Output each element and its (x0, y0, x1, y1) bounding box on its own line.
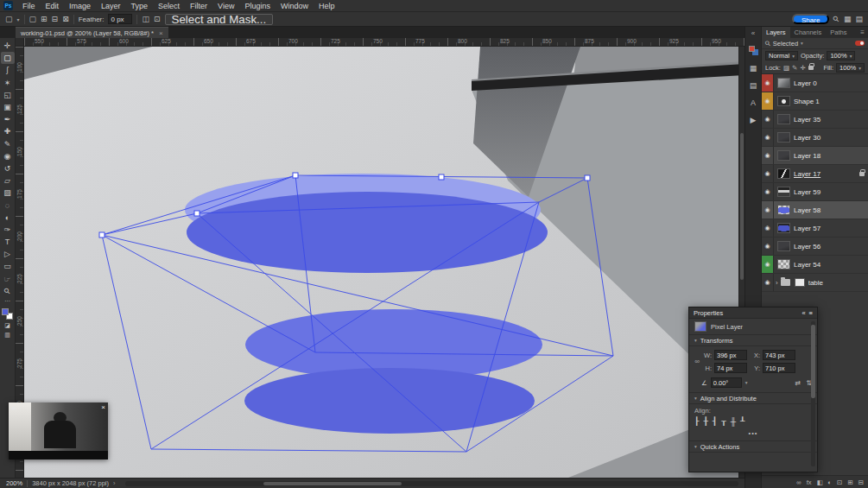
crop-tool[interactable]: ◱ (1, 89, 15, 101)
close-tab-icon[interactable]: × (159, 29, 163, 37)
visibility-eye-icon[interactable]: ◉ (762, 111, 774, 128)
menu-select[interactable]: Select (153, 0, 185, 12)
visibility-eye-icon[interactable]: ◉ (762, 219, 774, 237)
eraser-tool[interactable]: ▱ (1, 174, 15, 187)
status-zoom-level[interactable]: 200% (6, 479, 22, 487)
new-layer-icon[interactable]: ⊞ (847, 478, 852, 486)
layer-row[interactable]: ◉ Layer 35 (762, 111, 868, 129)
lock-transparency-icon[interactable]: ▨ (783, 64, 789, 72)
align-center-horizontal-icon[interactable]: ╂ (703, 417, 707, 426)
current-tool-icon[interactable]: ▢ (5, 16, 13, 23)
layer-row[interactable]: ◉ Layer 57 (762, 219, 868, 238)
type-tool[interactable]: T (1, 236, 15, 248)
visibility-eye-icon[interactable]: ◉ (762, 74, 774, 92)
edit-toolbar-button[interactable]: ⋯ (1, 297, 15, 307)
align-right-icon[interactable]: ┨ (713, 417, 717, 426)
menu-plugins[interactable]: Plugins (239, 0, 276, 12)
canvas-viewport[interactable] (24, 47, 744, 478)
filter-caret-icon[interactable]: ▾ (801, 41, 803, 46)
blur-tool[interactable]: ◌ (1, 199, 15, 211)
layer-thumbnail[interactable] (777, 78, 790, 88)
properties-scrollbar-thumb[interactable] (811, 325, 815, 398)
filter-search-icon[interactable]: ⚲ (763, 39, 773, 48)
lock-pixels-icon[interactable]: ✎ (792, 64, 797, 72)
menu-layer[interactable]: Layer (96, 0, 126, 12)
align-center-vertical-icon[interactable]: ╫ (731, 417, 736, 426)
layer-group-row[interactable]: ◉ › table (762, 274, 868, 292)
link-layers-icon[interactable]: ∞ (796, 478, 801, 486)
visibility-eye-icon[interactable]: ◉ (762, 183, 774, 200)
adjustment-layer-icon[interactable]: ◐ (828, 478, 833, 486)
clone-stamp-tool[interactable]: ◉ (1, 150, 15, 162)
horizontal-scrollbar-thumb[interactable] (263, 482, 402, 485)
layer-thumbnail[interactable] (777, 168, 790, 179)
rectangular-marquee-tool[interactable]: ▢ (1, 52, 15, 64)
object-selection-tool[interactable]: ✶ (1, 77, 15, 89)
group-expand-icon[interactable]: › (776, 279, 778, 287)
transforms-section-header[interactable]: ▾ Transforms (689, 335, 817, 346)
layer-thumbnail[interactable] (777, 96, 790, 106)
anti-alias-icon[interactable]: ◫ (142, 16, 149, 23)
lasso-tool[interactable]: ʃ (1, 64, 15, 76)
new-selection-mode-icon[interactable]: ▢ (29, 16, 37, 23)
color-swatches[interactable] (2, 308, 13, 320)
x-input[interactable] (763, 350, 795, 360)
layer-mask-icon[interactable]: ◧ (816, 478, 822, 486)
menu-file[interactable]: File (17, 0, 41, 12)
visibility-eye-icon[interactable]: ◉ (762, 201, 774, 219)
history-brush-tool[interactable]: ↺ (1, 162, 15, 174)
tab-channels[interactable]: Channels (790, 27, 827, 38)
delete-layer-icon[interactable]: ⊟ (858, 478, 864, 486)
zoom-tool[interactable]: ⚲ (1, 285, 15, 297)
y-input[interactable] (763, 363, 795, 373)
fill-dropdown[interactable]: 100% ▾ (836, 63, 865, 73)
menu-filter[interactable]: Filter (185, 0, 212, 12)
collapse-panels-icon[interactable]: « (751, 29, 755, 37)
eyedropper-tool[interactable]: ✒ (1, 113, 15, 125)
search-icon[interactable]: ⚲ (833, 16, 839, 23)
properties-scrollbar[interactable] (811, 321, 815, 466)
collapse-panel-icon[interactable]: « (801, 309, 805, 317)
foreground-color-swatch[interactable] (2, 308, 9, 315)
menu-image[interactable]: Image (64, 0, 96, 12)
blend-mode-dropdown[interactable]: Normal ▾ (765, 51, 798, 60)
menu-type[interactable]: Type (126, 0, 154, 12)
layer-thumbnail[interactable] (777, 223, 790, 233)
layer-thumbnail[interactable] (777, 114, 790, 124)
gradient-tool[interactable]: ▨ (1, 187, 15, 199)
close-overlay-icon[interactable]: × (101, 403, 105, 411)
path-selection-tool[interactable]: ▷ (1, 248, 15, 260)
panel-menu-icon[interactable]: ≡ (860, 27, 868, 38)
panel-menu-icon[interactable]: ≡ (809, 309, 813, 317)
frame-tool[interactable]: ▣ (1, 101, 15, 113)
visibility-eye-icon[interactable]: ◉ (762, 129, 774, 146)
layer-thumbnail[interactable] (777, 205, 790, 215)
align-top-icon[interactable]: ┰ (721, 417, 725, 426)
character-panel-icon[interactable]: A (751, 98, 756, 107)
visibility-eye-icon[interactable]: ◉ (762, 274, 774, 291)
angle-input[interactable] (711, 377, 742, 388)
hand-tool[interactable]: ☞ (1, 273, 15, 285)
align-bottom-icon[interactable]: ┸ (740, 417, 744, 426)
workspace-icon[interactable]: ▦ (844, 16, 852, 23)
chevron-down-icon[interactable]: ▾ (745, 380, 748, 385)
align-section-header[interactable]: ▾ Align and Distribute (689, 393, 817, 404)
menu-window[interactable]: Window (276, 0, 314, 12)
layer-row[interactable]: ◉ Layer 18 (762, 147, 868, 165)
arrange-panels-icon[interactable]: ▤ (855, 16, 863, 23)
layer-row[interactable]: ◉ Layer 17 (762, 165, 868, 183)
layer-thumbnail[interactable] (795, 278, 805, 287)
subtract-selection-mode-icon[interactable]: ⊟ (52, 16, 59, 23)
layer-row[interactable]: ◉ Shape 1 (762, 92, 868, 111)
menu-edit[interactable]: Edit (41, 0, 65, 12)
layer-effects-icon[interactable]: fx (807, 478, 812, 486)
quick-actions-section-header[interactable]: ▾ Quick Actions (689, 441, 817, 453)
color-panel-icon[interactable] (749, 46, 758, 55)
ell-bottom[interactable] (244, 368, 535, 434)
more-align-options-button[interactable]: ••• (689, 428, 817, 441)
tool-preset-caret-icon[interactable]: ▾ (17, 16, 20, 22)
opacity-dropdown[interactable]: 100% ▾ (827, 51, 855, 60)
menu-help[interactable]: Help (314, 0, 340, 12)
add-selection-mode-icon[interactable]: ⊞ (41, 16, 48, 23)
tab-paths[interactable]: Paths (826, 27, 851, 38)
